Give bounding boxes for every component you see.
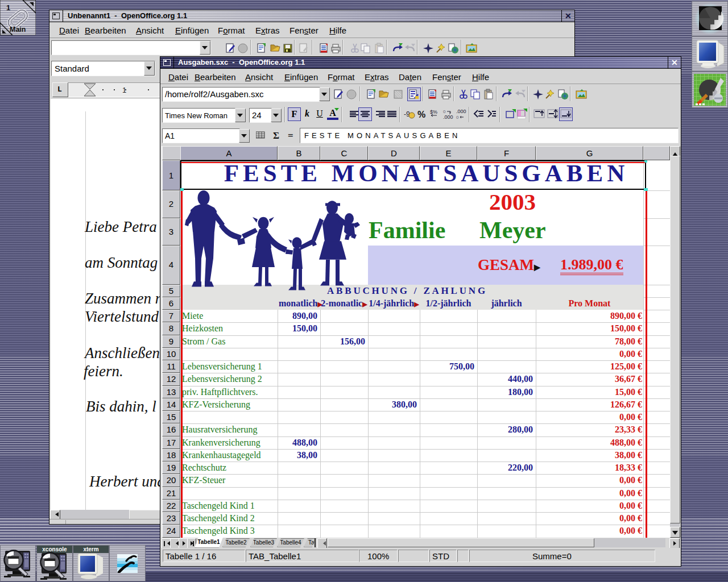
svg-text:%: % xyxy=(417,110,425,119)
svg-text:0: 0 xyxy=(443,109,446,114)
svg-text:$%: $% xyxy=(430,109,437,115)
svg-text:1: 1 xyxy=(122,86,126,94)
svg-text:Σ: Σ xyxy=(273,130,279,141)
svg-text:.000: .000 xyxy=(456,109,466,114)
svg-text:.000: .000 xyxy=(443,114,453,120)
svg-text:0: 0 xyxy=(456,115,459,120)
svg-text:=: = xyxy=(288,130,293,141)
svg-text:Main: Main xyxy=(10,26,26,34)
svg-text:1: 1 xyxy=(6,3,10,12)
